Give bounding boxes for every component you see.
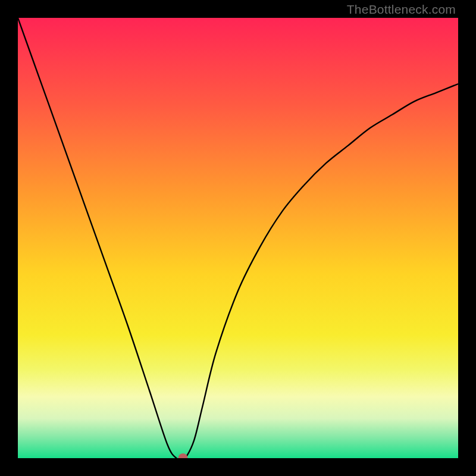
background-gradient bbox=[18, 18, 458, 458]
svg-rect-0 bbox=[18, 18, 458, 458]
chart-frame: TheBottleneck.com bbox=[0, 0, 476, 476]
plot-area bbox=[18, 18, 458, 458]
watermark-text: TheBottleneck.com bbox=[347, 2, 456, 17]
